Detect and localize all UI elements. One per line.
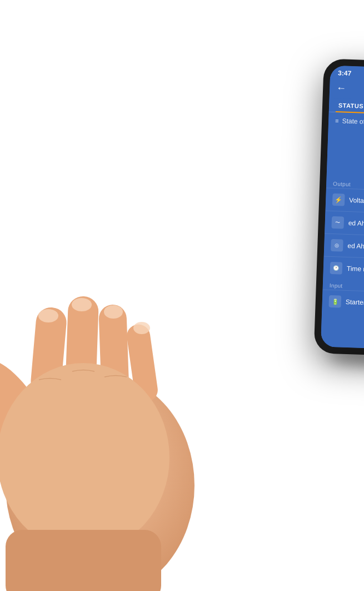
time-label: Time remaining: [347, 265, 364, 276]
svg-point-6: [0, 363, 169, 552]
consumed-icon: ◎: [331, 239, 343, 252]
app-content: ≡ State of charge: [321, 112, 364, 351]
phone-body: 3:47 5G 89 ← 500A/50mV ⚙: [314, 58, 364, 358]
gauge-svg: [362, 132, 364, 176]
svg-point-9: [72, 298, 92, 311]
starter-label: Starter battery: [346, 298, 364, 309]
svg-rect-7: [6, 530, 161, 591]
scene: 3:47 5G 89 ← 500A/50mV ⚙: [0, 0, 364, 591]
soc-icon: ≡: [335, 117, 339, 124]
soc-gauge-container: 85%: [327, 127, 364, 183]
phone-screen: 3:47 5G 89 ← 500A/50mV ⚙: [321, 66, 364, 351]
svg-point-11: [133, 322, 150, 334]
consumed-label: ed Ah: [347, 242, 364, 252]
svg-point-8: [38, 309, 58, 322]
starter-row: 🔋 Starter battery 12.80V: [322, 289, 364, 316]
soc-label: State of charge: [342, 117, 364, 126]
back-button[interactable]: ←: [336, 82, 347, 95]
current-label: ed Ah: [348, 219, 364, 230]
voltage-label: Voltage: [349, 196, 364, 207]
current-icon: 〜: [331, 216, 344, 229]
time-icon: 🕐: [330, 262, 343, 275]
voltage-icon: ⚡: [332, 193, 345, 206]
gauge-wrapper: 85%: [362, 132, 364, 176]
status-time: 3:47: [338, 69, 352, 77]
starter-icon: 🔋: [328, 295, 341, 308]
hand-illustration: [0, 207, 245, 591]
svg-point-10: [104, 305, 123, 319]
tab-status[interactable]: STATUS: [329, 98, 364, 113]
